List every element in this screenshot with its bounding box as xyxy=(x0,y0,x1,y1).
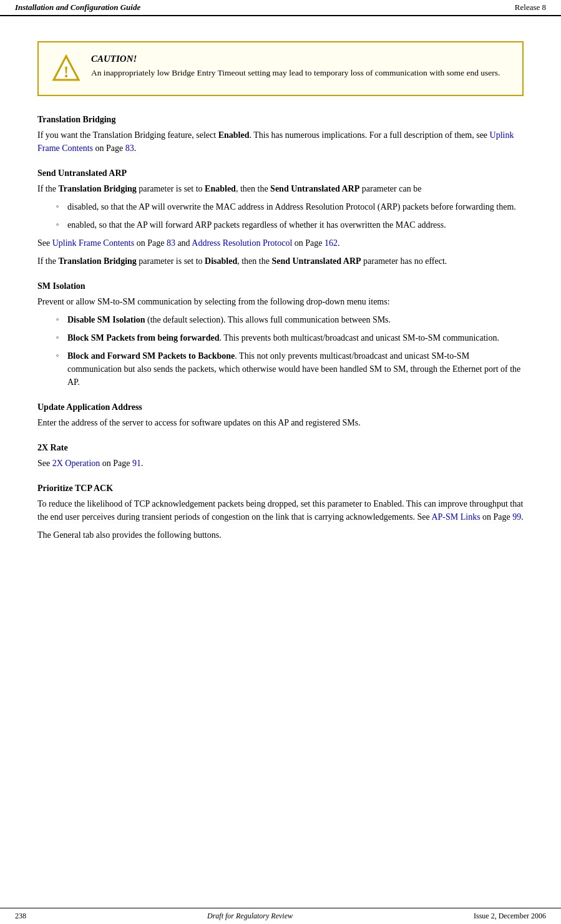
link-page-83-1[interactable]: 83 xyxy=(125,143,134,153)
caution-text-block: CAUTION! An inappropriately low Bridge E… xyxy=(91,54,510,79)
link-address-resolution-protocol[interactable]: Address Resolution Protocol xyxy=(192,238,292,248)
para-sua-p1: If the Translation Bridging parameter is… xyxy=(37,182,524,195)
link-uplink-frame-contents-1[interactable]: Uplink Frame Contents xyxy=(37,130,514,153)
section-translation-bridging: Translation Bridging If you want the Tra… xyxy=(37,115,524,155)
para-sua-p3: If the Translation Bridging parameter is… xyxy=(37,255,524,268)
link-ap-sm-links[interactable]: AP-SM Links xyxy=(431,512,480,522)
section-prioritize-tcp-ack: Prioritize TCP ACK To reduce the likelih… xyxy=(37,484,524,542)
para-tb-p1: If you want the Translation Bridging fea… xyxy=(37,129,524,155)
heading-prioritize-tcp-ack: Prioritize TCP ACK xyxy=(37,484,524,494)
link-page-99[interactable]: 99 xyxy=(512,512,521,522)
para-pta-p1: To reduce the likelihood of TCP acknowle… xyxy=(37,497,524,523)
footer-issue: Issue 2, December 2006 xyxy=(474,912,546,921)
heading-sm-isolation: SM Isolation xyxy=(37,281,524,291)
section-2x-rate: 2X Rate See 2X Operation on Page 91. xyxy=(37,443,524,470)
para-pta-p2: The General tab also provides the follow… xyxy=(37,528,524,542)
list-item: disabled, so that the AP will overwrite … xyxy=(56,200,524,213)
caution-title: CAUTION! xyxy=(91,54,510,64)
para-2xr-p1: See 2X Operation on Page 91. xyxy=(37,457,524,470)
link-page-162[interactable]: 162 xyxy=(324,238,338,248)
header-title: Installation and Configuration Guide xyxy=(15,2,140,12)
main-content: ! CAUTION! An inappropriately low Bridge… xyxy=(0,16,561,571)
caution-box: ! CAUTION! An inappropriately low Bridge… xyxy=(37,41,524,96)
footer-page-number: 238 xyxy=(15,912,26,921)
link-uplink-frame-contents-2[interactable]: Uplink Frame Contents xyxy=(52,238,134,248)
page-header: Installation and Configuration Guide Rel… xyxy=(0,0,561,16)
para-sua-p2: See Uplink Frame Contents on Page 83 and… xyxy=(37,236,524,250)
link-2x-operation[interactable]: 2X Operation xyxy=(52,459,100,468)
section-send-untranslated-arp: Send Untranslated ARP If the Translation… xyxy=(37,168,524,268)
page-footer: 238 Draft for Regulatory Review Issue 2,… xyxy=(0,908,561,924)
para-uaa-p1: Enter the address of the server to acces… xyxy=(37,416,524,429)
heading-update-application-address: Update Application Address xyxy=(37,402,524,412)
header-release: Release 8 xyxy=(515,2,546,12)
caution-icon: ! xyxy=(51,54,81,84)
link-page-91[interactable]: 91 xyxy=(132,459,141,468)
list-item: Block SM Packets from being forwarded. T… xyxy=(56,331,524,344)
list-item: Block and Forward SM Packets to Backbone… xyxy=(56,349,524,389)
list-item: enabled, so that the AP will forward ARP… xyxy=(56,218,524,231)
bullet-list-smi: Disable SM Isolation (the default select… xyxy=(56,313,524,389)
list-item: Disable SM Isolation (the default select… xyxy=(56,313,524,326)
footer-center-text: Draft for Regulatory Review xyxy=(207,912,293,921)
section-update-application-address: Update Application Address Enter the add… xyxy=(37,402,524,429)
svg-text:!: ! xyxy=(64,63,69,81)
section-sm-isolation: SM Isolation Prevent or allow SM-to-SM c… xyxy=(37,281,524,389)
bullet-list-sua: disabled, so that the AP will overwrite … xyxy=(56,200,524,231)
link-page-83-2[interactable]: 83 xyxy=(167,238,175,248)
caution-body: An inappropriately low Bridge Entry Time… xyxy=(91,67,510,79)
heading-2x-rate: 2X Rate xyxy=(37,443,524,453)
para-smi-p1: Prevent or allow SM-to-SM communication … xyxy=(37,295,524,308)
heading-translation-bridging: Translation Bridging xyxy=(37,115,524,125)
heading-send-untranslated-arp: Send Untranslated ARP xyxy=(37,168,524,178)
